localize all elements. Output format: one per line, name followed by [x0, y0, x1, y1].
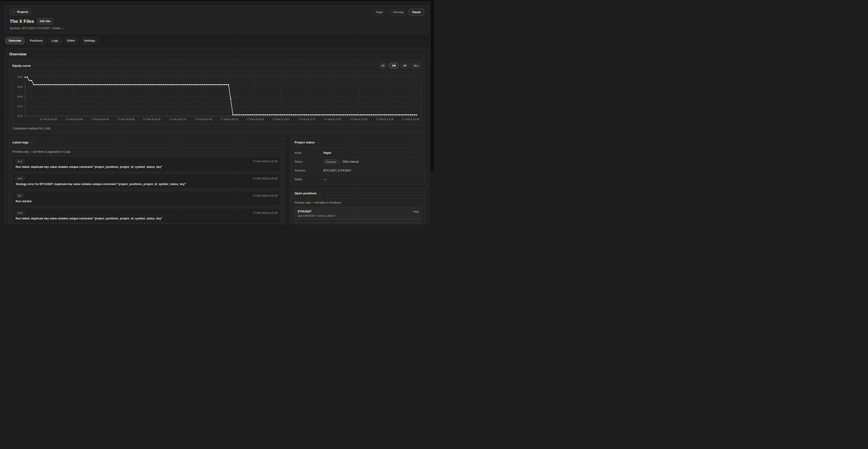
overview-panel: Overview Equity curve 1D1W1MALL 17 Feb a…	[5, 48, 429, 224]
tab-logs[interactable]: Logs	[48, 37, 62, 44]
position-ethusdt: ETHUSDTlongQty 0.05076477 • Entry 1,969.…	[294, 207, 422, 220]
position-detail: Qty 0.05076477 • Entry 1,969.87	[298, 214, 418, 217]
status-rows: ModePaperStatusRunning·300s intervalSymb…	[291, 148, 425, 185]
page-title: The X Files	[10, 19, 34, 24]
status-row-value: Paper	[323, 151, 331, 154]
svg-text:17 Feb at 09:42: 17 Feb at 09:42	[247, 118, 264, 121]
svg-text:0.00: 0.00	[18, 76, 22, 79]
status-row-label: Symbols	[294, 169, 323, 172]
equity-curve-card: Equity curve 1D1W1MALL 17 Feb at 01:0017…	[9, 59, 425, 134]
logs-note: Preview only — full filters & pagination…	[9, 148, 284, 154]
tab-bar: OverviewPositionsLogsEditorSettings	[5, 37, 429, 44]
latest-logs-header[interactable]: Latest logs ›	[9, 137, 284, 148]
open-positions-title: Open positions	[294, 191, 317, 195]
status-badge: ● Running	[388, 9, 406, 15]
open-positions-header[interactable]: Open positions ›	[291, 188, 425, 198]
log-message: Run started.	[16, 200, 278, 203]
status-interval: 300s interval	[343, 160, 359, 163]
scrollbar-thumb[interactable]	[431, 1, 434, 171]
position-list: ETHUSDTlongQty 0.05076477 • Entry 1,969.…	[291, 205, 425, 224]
svg-text:17 Feb at 10:57: 17 Feb at 10:57	[272, 118, 290, 121]
svg-text:17 Feb at 09:12: 17 Feb at 09:12	[221, 118, 238, 121]
svg-text:-0.04: -0.04	[17, 86, 22, 88]
svg-text:17 Feb at 06:36: 17 Feb at 06:36	[143, 118, 160, 121]
log-level-badge: error	[16, 159, 25, 163]
status-row-value: —	[323, 178, 327, 181]
range-all-button[interactable]: ALL	[411, 63, 422, 68]
range-1m-button[interactable]: 1M	[400, 63, 409, 68]
svg-text:17 Feb at 13:18: 17 Feb at 13:18	[376, 118, 393, 121]
log-entry-header: error17 Feb 2026 at 22:30	[16, 176, 278, 181]
mode-badge: Paper	[373, 9, 386, 15]
chevron-right-icon: ›	[318, 141, 319, 144]
tab-settings[interactable]: Settings	[81, 37, 98, 44]
status-value-text: —	[323, 178, 327, 181]
log-message: Run failed: duplicate key value violates…	[16, 166, 278, 169]
chevron-right-icon: ›	[320, 191, 321, 195]
svg-text:-0.08: -0.08	[17, 95, 22, 98]
log-list: error17 Feb 2026 at 22:30Run failed: dup…	[9, 154, 284, 224]
svg-text:17 Feb at 04:06: 17 Feb at 04:06	[66, 118, 83, 121]
log-timestamp: 17 Feb 2026 at 22:30	[253, 194, 278, 197]
log-entry-header: error17 Feb 2026 at 22:25	[16, 211, 278, 215]
status-row-label: Mode	[294, 151, 323, 154]
pause-button[interactable]: Pause	[409, 8, 424, 16]
back-to-projects-button[interactable]: ← Projects	[10, 8, 31, 16]
log-entry: error17 Feb 2026 at 22:30Run failed: dup…	[12, 156, 281, 172]
position-btcusdt: BTCUSDTlong	[294, 222, 422, 224]
svg-text:17 Feb at 14:53: 17 Feb at 14:53	[402, 118, 419, 121]
svg-text:17 Feb at 12:42: 17 Feb at 12:42	[350, 118, 368, 121]
equity-chart: 17 Feb at 01:0017 Feb at 04:0617 Feb at …	[12, 75, 422, 124]
log-entry-header: info17 Feb 2026 at 22:30	[16, 193, 278, 198]
log-timestamp: 17 Feb 2026 at 22:25	[253, 211, 278, 214]
range-1d-button[interactable]: 1D	[379, 63, 388, 68]
status-dot-icon: ●	[391, 11, 393, 13]
status-row-mode: ModePaper	[294, 148, 422, 157]
project-header-card: ← Projects Paper ● Running Pause The X F…	[5, 5, 429, 33]
svg-text:17 Feb at 05:56: 17 Feb at 05:56	[117, 118, 135, 121]
status-badge-label: Running	[393, 11, 403, 14]
open-positions-card: Open positions › Preview only — full tab…	[291, 188, 425, 224]
svg-text:-0.16: -0.16	[17, 115, 22, 117]
svg-text:17 Feb at 11:57: 17 Feb at 11:57	[324, 118, 342, 121]
log-entry: error17 Feb 2026 at 22:30Strategy error …	[12, 174, 281, 189]
equity-chart-svg: 17 Feb at 01:0017 Feb at 04:0617 Feb at …	[13, 75, 421, 124]
svg-text:17 Feb at 07:11: 17 Feb at 07:11	[169, 118, 186, 121]
project-status-title: Project status	[294, 141, 315, 144]
latest-logs-card: Latest logs › Preview only — full filter…	[9, 137, 284, 224]
tab-overview[interactable]: Overview	[5, 37, 25, 44]
log-entry: info17 Feb 2026 at 22:30Run started.	[12, 191, 281, 206]
chart-caption: Cumulative realized PnL (1W).	[12, 127, 422, 130]
log-level-badge: error	[16, 176, 25, 181]
dot-separator: ·	[340, 160, 341, 163]
back-arrow-icon: ←	[13, 10, 16, 13]
log-level-badge: info	[16, 193, 24, 198]
log-message: Run failed: duplicate key value violates…	[16, 217, 278, 220]
status-row-value: Running·300s interval	[323, 159, 359, 164]
position-symbol: ETHUSDT	[298, 210, 311, 213]
project-status-header[interactable]: Project status ›	[291, 137, 425, 148]
range-1w-button[interactable]: 1W	[389, 63, 398, 68]
svg-text:17 Feb at 05:26: 17 Feb at 05:26	[91, 118, 109, 121]
svg-text:17 Feb at 01:00: 17 Feb at 01:00	[39, 118, 57, 121]
positions-note: Preview only — full table in Positions.	[291, 198, 425, 205]
tab-editor[interactable]: Editor	[64, 37, 79, 44]
log-timestamp: 17 Feb 2026 at 22:30	[253, 160, 278, 162]
status-row-status: StatusRunning·300s interval	[294, 157, 422, 166]
position-header: ETHUSDTlong	[298, 210, 418, 213]
equity-curve-title: Equity curve	[12, 64, 31, 67]
status-row-label: Status	[294, 160, 323, 163]
status-row-value: BTCUSDT, ETHUSDT	[323, 169, 351, 172]
edit-title-button[interactable]: Edit title	[37, 18, 53, 25]
back-label: Projects	[17, 10, 28, 13]
log-level-badge: error	[16, 211, 25, 215]
tab-positions[interactable]: Positions	[27, 37, 46, 44]
project-meta: Symbols: BTCUSDT, ETHUSDT • Wallet: —	[10, 27, 424, 30]
overview-section-title: Overview	[9, 52, 425, 57]
log-timestamp: 17 Feb 2026 at 22:30	[253, 177, 278, 180]
svg-text:-0.12: -0.12	[17, 105, 22, 108]
log-message: Strategy error for BTCUSDT: duplicate ke…	[16, 183, 278, 186]
top-strip	[0, 0, 434, 1]
log-entry-header: error17 Feb 2026 at 22:30	[16, 159, 278, 163]
status-value-text: BTCUSDT, ETHUSDT	[323, 169, 351, 172]
